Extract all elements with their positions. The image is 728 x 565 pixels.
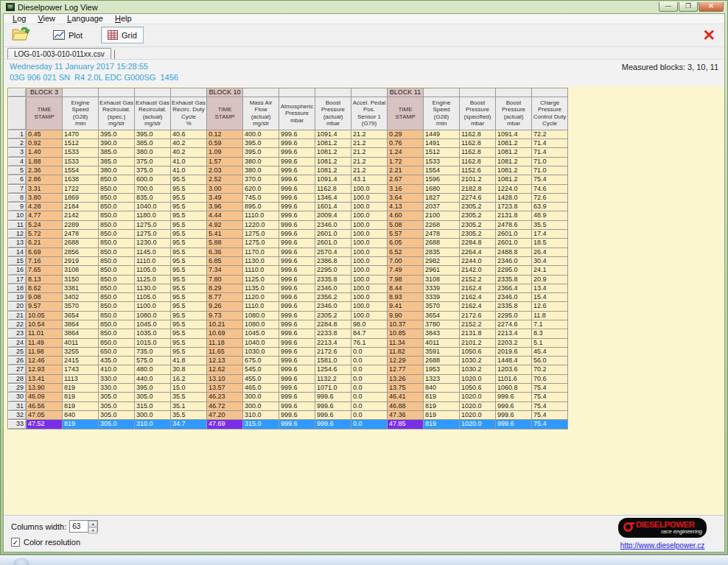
grid-cell[interactable]: 1581.0 xyxy=(315,357,351,365)
grid-cell[interactable]: 2295.0 xyxy=(496,312,532,320)
grid-cell[interactable]: 5.08 xyxy=(388,221,424,230)
grid-cell[interactable]: 35.5 xyxy=(532,221,568,230)
grid-cell[interactable]: 7.49 xyxy=(388,266,424,275)
grid-cell[interactable]: 1180.0 xyxy=(135,211,171,220)
grid-cell[interactable]: 100.0 xyxy=(351,194,388,203)
grid-cell[interactable]: 0.0 xyxy=(351,411,388,420)
grid-cell[interactable]: 98.0 xyxy=(351,320,388,329)
grid-cell[interactable]: 30.8 xyxy=(171,365,207,374)
grid-cell[interactable]: 12.93 xyxy=(27,365,63,374)
grid-cell[interactable]: 95.5 xyxy=(171,312,207,320)
grid-cell[interactable]: 21.2 xyxy=(351,158,388,166)
grid-cell[interactable]: 2366.4 xyxy=(496,284,532,293)
column-header[interactable]: Exhaust Gas Recirculat. (actual) mg/str xyxy=(135,97,171,130)
column-header[interactable]: Boost Pressure (actual) mbar xyxy=(315,97,351,130)
menu-log[interactable]: Log xyxy=(7,14,32,23)
grid-cell[interactable]: 47.69 xyxy=(207,420,243,429)
grid-cell[interactable]: 10.85 xyxy=(388,329,424,338)
grid-cell[interactable]: 0.0 xyxy=(351,402,388,411)
grid-cell[interactable]: 0.59 xyxy=(207,139,243,148)
grid-cell[interactable]: 1125.0 xyxy=(135,276,171,284)
grid-cell[interactable]: 10.21 xyxy=(207,320,243,329)
table-row[interactable]: 199.083402850.01105.095.58.771120.0999.6… xyxy=(8,293,568,302)
grid-cell[interactable]: 9.26 xyxy=(207,302,243,311)
grid-cell[interactable]: 410.0 xyxy=(99,365,135,374)
row-number[interactable]: 3 xyxy=(8,148,27,157)
grid-cell[interactable]: 10.05 xyxy=(27,312,63,320)
grid-cell[interactable]: 745.0 xyxy=(243,194,279,203)
row-number[interactable]: 28 xyxy=(8,375,27,384)
grid-cell[interactable]: 1827 xyxy=(424,194,460,203)
grid-cell[interactable]: 35.1 xyxy=(171,402,207,411)
grid-cell[interactable]: 5.57 xyxy=(388,230,424,239)
grid-cell[interactable]: 850.0 xyxy=(99,221,135,230)
grid-cell[interactable]: 13.4 xyxy=(532,284,568,293)
grid-cell[interactable]: 95.5 xyxy=(171,194,207,203)
grid-cell[interactable]: 999.6 xyxy=(279,320,315,329)
table-row[interactable]: 10.451470395.0395.040.60.12400.0999.6109… xyxy=(8,130,568,139)
grid-cell[interactable]: 95.5 xyxy=(171,175,207,184)
grid-cell[interactable]: 1.09 xyxy=(207,148,243,157)
grid-cell[interactable]: 850.0 xyxy=(99,302,135,311)
row-number[interactable]: 15 xyxy=(8,257,27,266)
grid-cell[interactable]: 1035.0 xyxy=(135,329,171,338)
table-row[interactable]: 188.623381850.01130.095.58.291135.0999.6… xyxy=(8,284,568,293)
table-row[interactable]: 2813.411113330.0440.016.213.10455.0999.6… xyxy=(8,375,568,384)
column-header[interactable]: TIME STAMP xyxy=(388,97,424,130)
row-number[interactable]: 11 xyxy=(8,221,27,230)
grid-cell[interactable]: 2415 xyxy=(63,357,99,365)
grid-cell[interactable]: 1060.8 xyxy=(496,384,532,393)
grid-cell[interactable]: 1081.2 xyxy=(315,166,351,175)
grid-cell[interactable]: 0.0 xyxy=(351,348,388,357)
grid-cell[interactable]: 395.0 xyxy=(135,130,171,139)
grid-cell[interactable]: 46.72 xyxy=(207,402,243,411)
grid-cell[interactable]: 305.0 xyxy=(135,393,171,401)
grid-cell[interactable]: 4.13 xyxy=(388,203,424,211)
grid-cell[interactable]: 0.76 xyxy=(388,139,424,148)
grid-cell[interactable]: 305.0 xyxy=(99,420,135,429)
grid-cell[interactable]: 1554 xyxy=(63,166,99,175)
grid-cell[interactable]: 840 xyxy=(63,411,99,420)
grid-cell[interactable]: 999.6 xyxy=(315,393,351,401)
grid-cell[interactable]: 999.6 xyxy=(279,375,315,384)
grid-cell[interactable]: 2289 xyxy=(63,221,99,230)
grid-cell[interactable]: 999.6 xyxy=(279,420,315,429)
grid-cell[interactable]: 11.34 xyxy=(388,339,424,348)
row-number[interactable]: 27 xyxy=(8,365,27,374)
grid-cell[interactable]: 330.0 xyxy=(99,384,135,393)
grid-cell[interactable]: 999.6 xyxy=(279,293,315,302)
grid-cell[interactable]: 850.0 xyxy=(99,211,135,220)
grid-cell[interactable]: 21.2 xyxy=(351,130,388,139)
grid-cell[interactable]: 2142 xyxy=(63,211,99,220)
grid-cell[interactable]: 2037 xyxy=(424,203,460,211)
grid-cell[interactable]: 21.2 xyxy=(351,148,388,157)
grid-cell[interactable]: 47.05 xyxy=(27,411,63,420)
grid-cell[interactable]: 4.44 xyxy=(207,211,243,220)
grid-cell[interactable]: 95.5 xyxy=(171,248,207,257)
grid-cell[interactable]: 999.6 xyxy=(279,329,315,338)
grid-cell[interactable]: 999.6 xyxy=(279,339,315,348)
grid-cell[interactable]: 13.90 xyxy=(27,384,63,393)
grid-cell[interactable]: 999.6 xyxy=(279,158,315,166)
grid-cell[interactable]: 2162.4 xyxy=(460,284,496,293)
tab-log-file[interactable]: LOG-01-003-010-011xx.csv xyxy=(7,48,111,59)
grid-cell[interactable]: 370.0 xyxy=(243,175,279,184)
grid-cell[interactable]: 1080.0 xyxy=(243,320,279,329)
grid-cell[interactable]: 1040.0 xyxy=(243,339,279,348)
grid-cell[interactable]: 895.0 xyxy=(243,203,279,211)
grid-cell[interactable]: 2305.2 xyxy=(460,230,496,239)
grid-cell[interactable]: 700.0 xyxy=(135,185,171,194)
row-number[interactable]: 26 xyxy=(8,357,27,365)
grid-cell[interactable]: 999.6 xyxy=(279,239,315,248)
row-number[interactable]: 13 xyxy=(8,239,27,248)
grid-cell[interactable]: 3843 xyxy=(424,329,460,338)
grid-cell[interactable]: 395.0 xyxy=(99,130,135,139)
grid-cell[interactable]: 999.6 xyxy=(279,139,315,148)
grid-cell[interactable]: 305.0 xyxy=(99,393,135,401)
row-number[interactable]: 14 xyxy=(8,248,27,257)
grid-cell[interactable]: 1020.0 xyxy=(460,402,496,411)
table-row[interactable]: 115.242289850.01275.095.54.921220.0999.6… xyxy=(8,221,568,230)
grid-cell[interactable]: 12.29 xyxy=(388,357,424,365)
grid-cell[interactable]: 13.41 xyxy=(27,375,63,384)
grid-cell[interactable]: 999.6 xyxy=(279,276,315,284)
